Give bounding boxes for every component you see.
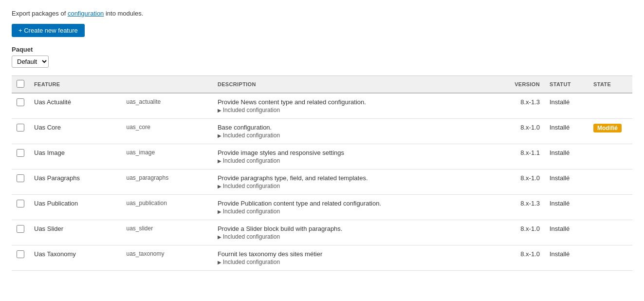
feature-machine-uas_slider: uas_slider [121,220,212,245]
feature-version-uas_actualite: 8.x-1.3 [501,93,545,119]
feature-name-uas_taxonomy[interactable]: Uas Taxonomy [29,245,121,271]
row-checkbox-uas_publication[interactable] [17,200,24,207]
feature-link-uas_slider[interactable]: Uas Slider [34,225,63,232]
feature-desc-uas_paragraphs: Provide paragraphs type, field, and rela… [213,169,501,195]
page-description: Export packages of configuration into mo… [12,10,632,17]
feature-name-uas_slider[interactable]: Uas Slider [29,220,121,245]
feature-machine-uas_core: uas_core [121,119,212,144]
header-feature: FEATURE [29,76,213,94]
row-check-cell [12,195,29,220]
feature-included-uas_slider[interactable]: Included configuration [218,233,496,240]
feature-name-uas_actualite[interactable]: Uas Actualité [29,93,121,119]
feature-version-uas_publication: 8.x-1.3 [501,195,545,220]
feature-desc-uas_taxonomy: Fournit les taxonomy des sites métierInc… [213,245,501,271]
feature-state-uas_image [589,144,632,169]
feature-statut-uas_image: Installé [545,144,589,169]
feature-link-uas_core[interactable]: Uas Core [34,124,61,131]
paquet-section: Paquet Default [12,46,632,75]
feature-machine-uas_actualite: uas_actualite [121,93,212,119]
feature-statut-uas_paragraphs: Installé [545,169,589,195]
feature-machine-uas_taxonomy: uas_taxonomy [121,245,212,271]
feature-statut-uas_core: Installé [545,119,589,144]
configuration-link[interactable]: configuration [68,10,104,17]
table-row: Uas Paragraphsuas_paragraphsProvide para… [12,169,632,195]
feature-machine-uas_publication: uas_publication [121,195,212,220]
row-check-cell [12,245,29,271]
feature-desc-uas_publication: Provide Publication content type and rel… [213,195,501,220]
feature-state-uas_taxonomy [589,245,632,271]
feature-link-uas_paragraphs[interactable]: Uas Paragraphs [34,174,80,182]
header-version: VERSION [501,76,545,94]
feature-name-uas_paragraphs[interactable]: Uas Paragraphs [29,169,121,195]
feature-desc-main-uas_slider: Provide a Slider block build with paragr… [218,225,496,232]
feature-included-uas_taxonomy[interactable]: Included configuration [218,259,496,265]
feature-name-uas_image[interactable]: Uas Image [29,144,121,169]
feature-desc-main-uas_taxonomy: Fournit les taxonomy des sites métier [218,250,496,258]
feature-included-uas_actualite[interactable]: Included configuration [218,107,496,113]
feature-link-uas_actualite[interactable]: Uas Actualité [34,98,71,106]
row-checkbox-uas_actualite[interactable] [17,98,24,106]
feature-link-uas_image[interactable]: Uas Image [34,149,65,156]
feature-desc-main-uas_paragraphs: Provide paragraphs type, field, and rela… [218,174,496,182]
header-state: STATE [589,76,632,94]
feature-link-uas_taxonomy[interactable]: Uas Taxonomy [34,250,76,258]
row-checkbox-uas_core[interactable] [17,124,24,132]
feature-link-uas_publication[interactable]: Uas Publication [34,200,78,207]
row-check-cell [12,119,29,144]
create-new-feature-button[interactable]: + Create new feature [12,24,85,37]
feature-version-uas_image: 8.x-1.1 [501,144,545,169]
feature-state-uas_paragraphs [589,169,632,195]
feature-state-uas_core: Modifié [589,119,632,144]
table-row: Uas Publicationuas_publicationProvide Pu… [12,195,632,220]
feature-desc-uas_image: Provide image styles and responsive sett… [213,144,501,169]
row-check-cell [12,93,29,119]
feature-desc-main-uas_image: Provide image styles and responsive sett… [218,149,496,156]
header-statut: STATUT [545,76,589,94]
feature-statut-uas_actualite: Installé [545,93,589,119]
feature-state-uas_slider [589,220,632,245]
feature-desc-main-uas_actualite: Provide News content type and related co… [218,98,496,106]
row-check-cell [12,144,29,169]
table-row: Uas Taxonomyuas_taxonomyFournit les taxo… [12,245,632,271]
feature-statut-uas_taxonomy: Installé [545,245,589,271]
paquet-label: Paquet [12,46,632,53]
feature-name-uas_core[interactable]: Uas Core [29,119,121,144]
feature-desc-main-uas_publication: Provide Publication content type and rel… [218,200,496,207]
row-checkbox-uas_image[interactable] [17,149,24,157]
features-table: FEATURE DESCRIPTION VERSION STATUT STATE… [12,75,632,271]
table-row: Uas Slideruas_sliderProvide a Slider blo… [12,220,632,245]
feature-desc-uas_actualite: Provide News content type and related co… [213,93,501,119]
feature-version-uas_taxonomy: 8.x-1.0 [501,245,545,271]
paquet-select[interactable]: Default [12,56,49,68]
table-header-row: FEATURE DESCRIPTION VERSION STATUT STATE [12,76,632,94]
feature-state-uas_publication [589,195,632,220]
feature-statut-uas_slider: Installé [545,220,589,245]
table-row: Uas Actualitéuas_actualiteProvide News c… [12,93,632,119]
feature-included-uas_image[interactable]: Included configuration [218,157,496,164]
feature-state-badge-uas_core: Modifié [593,124,622,132]
feature-machine-uas_image: uas_image [121,144,212,169]
row-checkbox-uas_paragraphs[interactable] [17,174,24,182]
feature-version-uas_paragraphs: 8.x-1.0 [501,169,545,195]
feature-state-uas_actualite [589,93,632,119]
header-description: DESCRIPTION [213,76,501,94]
feature-desc-uas_core: Base configuration.Included configuratio… [213,119,501,144]
row-check-cell [12,169,29,195]
feature-desc-uas_slider: Provide a Slider block build with paragr… [213,220,501,245]
feature-version-uas_slider: 8.x-1.0 [501,220,545,245]
feature-machine-uas_paragraphs: uas_paragraphs [121,169,212,195]
feature-included-uas_core[interactable]: Included configuration [218,132,496,139]
select-all-checkbox[interactable] [17,80,24,88]
feature-statut-uas_publication: Installé [545,195,589,220]
row-checkbox-uas_slider[interactable] [17,225,24,233]
feature-included-uas_paragraphs[interactable]: Included configuration [218,183,496,189]
row-check-cell [12,220,29,245]
feature-version-uas_core: 8.x-1.0 [501,119,545,144]
table-row: Uas Imageuas_imageProvide image styles a… [12,144,632,169]
feature-desc-main-uas_core: Base configuration. [218,124,496,131]
feature-name-uas_publication[interactable]: Uas Publication [29,195,121,220]
header-check [12,76,29,94]
table-row: Uas Coreuas_coreBase configuration.Inclu… [12,119,632,144]
row-checkbox-uas_taxonomy[interactable] [17,250,24,258]
feature-included-uas_publication[interactable]: Included configuration [218,208,496,215]
